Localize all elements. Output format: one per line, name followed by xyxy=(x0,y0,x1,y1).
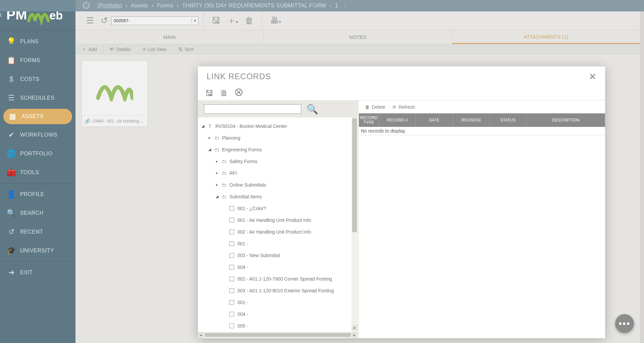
nav-costs[interactable]: $COSTS xyxy=(0,70,75,89)
tree-leaf[interactable]: 004 - xyxy=(201,261,355,273)
briefcase-icon: 🧰 xyxy=(6,168,17,177)
modal-body: 🔍 ◢TRVS0104 - Boston Medical Center ▸🗀Pl… xyxy=(198,100,605,338)
tree-label: 002 - Air Handling Unit Product Info xyxy=(237,229,311,235)
grid-toolbar: 🗑Delete ⟳Refresh xyxy=(359,101,605,113)
scroll-right-icon[interactable]: ▸ xyxy=(352,332,358,338)
nav-university[interactable]: 🎓UNIVERSITY xyxy=(0,241,75,260)
globe-icon: 🌐 xyxy=(6,149,17,158)
tree-leaf[interactable]: 003 - A01.1-120-8010 Exterior Spread Foo… xyxy=(201,285,355,296)
tree-vscrollbar[interactable]: ▾ xyxy=(352,117,358,331)
refresh-icon: ⟳ xyxy=(392,104,396,110)
fab-button[interactable]: ••• xyxy=(615,314,634,333)
collapse-icon[interactable]: ◢ xyxy=(201,124,205,128)
cancel-circle-icon[interactable] xyxy=(235,88,243,98)
nav-portfolio[interactable]: 🌐PORTFOLIO xyxy=(0,144,75,163)
tree-node-rfi[interactable]: ▸🗀RFI xyxy=(201,167,355,179)
checkbox[interactable] xyxy=(229,253,234,258)
tree-leaf[interactable]: 005 - xyxy=(201,320,355,332)
expand-icon[interactable]: ▸ xyxy=(215,183,219,187)
nav-label: TOOLS xyxy=(20,169,39,176)
nav-recent[interactable]: ↺RECENT xyxy=(0,223,75,241)
nav-forms[interactable]: 📋FORMS xyxy=(0,51,75,70)
tree-node-online[interactable]: ▸🗀Online Submittals xyxy=(201,179,355,191)
nav-assets[interactable]: ▦ASSETS xyxy=(3,109,72,124)
clipboard-icon: 📋 xyxy=(6,56,17,65)
tree-vscroll-thumb[interactable] xyxy=(352,118,357,232)
col-record-num[interactable]: RECORD # xyxy=(379,113,416,127)
nav-plans[interactable]: 💡PLANS xyxy=(0,32,75,51)
checkbox[interactable] xyxy=(229,265,234,270)
col-description[interactable]: DESCRIPTION xyxy=(527,113,605,127)
expand-icon[interactable]: ▸ xyxy=(207,136,212,140)
tree-leaf[interactable]: 001 - xyxy=(201,296,355,308)
checkbox[interactable] xyxy=(229,218,234,223)
nav-search[interactable]: 🔍SEARCH xyxy=(0,204,75,223)
folder-icon: 🗀 xyxy=(221,170,227,176)
expand-icon[interactable]: ▸ xyxy=(215,159,219,163)
nav-main: 💡PLANS 📋FORMS $COSTS ☰SCHEDULES ▦ASSETS … xyxy=(0,30,75,282)
checkbox[interactable] xyxy=(229,206,234,211)
tree-leaf[interactable]: 002 - A01.1-120-7900 Corner Spread Footi… xyxy=(201,273,355,285)
tree-label: 003 - New Submittal xyxy=(237,253,280,258)
tree-leaf[interactable]: 001 - Air Handling Unit Product Info xyxy=(201,214,355,226)
checkbox[interactable] xyxy=(229,312,234,316)
grad-cap-icon: 🎓 xyxy=(6,246,17,255)
folder-icon: 🗀 xyxy=(213,147,220,152)
folder-icon: 🗀 xyxy=(221,182,227,188)
checkbox[interactable] xyxy=(229,324,234,328)
tree-leaf[interactable]: 004 - xyxy=(201,308,355,320)
checkbox[interactable] xyxy=(229,241,234,246)
nav-label: SEARCH xyxy=(20,210,44,216)
bulb-icon: 💡 xyxy=(6,37,17,46)
nav-label: PORTFOLIO xyxy=(20,151,53,157)
tree-search-input[interactable] xyxy=(204,104,301,114)
scroll-left-icon[interactable]: ◂ xyxy=(198,332,204,338)
new-doc-icon[interactable]: 🗎 xyxy=(220,89,228,98)
tree-label: 004 - xyxy=(237,311,248,317)
nav-label: EXIT xyxy=(20,270,33,276)
nav-exit[interactable]: ➜EXIT xyxy=(0,263,75,282)
checkbox[interactable] xyxy=(229,230,234,234)
checkbox[interactable] xyxy=(229,277,234,281)
tree-hscrollbar[interactable]: ◂ ▸ xyxy=(198,332,358,338)
nav-label: COSTS xyxy=(20,76,40,82)
delete-button[interactable]: 🗑Delete xyxy=(365,104,385,110)
nav-tools[interactable]: 🧰TOOLS xyxy=(0,163,75,182)
col-status[interactable]: STATUS xyxy=(490,113,527,127)
tree-hscroll-thumb[interactable] xyxy=(205,333,351,337)
tree-leaf[interactable]: 003 - New Submittal xyxy=(201,249,355,261)
tree-node-planning[interactable]: ▸🗀Planning xyxy=(201,132,355,144)
nav-workflows[interactable]: ✔WORKFLOWS xyxy=(0,126,75,144)
search-icon: 🔍 xyxy=(6,209,17,217)
folder-icon: 🗀 xyxy=(221,159,227,164)
expand-icon[interactable]: ▸ xyxy=(215,171,219,175)
scroll-down-icon[interactable]: ▾ xyxy=(352,325,358,331)
tree-leaf[interactable]: 002 - Air Handling Unit Product Info xyxy=(201,226,355,238)
profile-icon: 👤 xyxy=(6,190,17,199)
dollar-icon: $ xyxy=(6,75,17,84)
tree-leaf[interactable]: 001 - ¿Color? xyxy=(201,202,355,214)
tree-node-safety[interactable]: ▸🗀Safety Forms xyxy=(201,155,355,167)
col-revision[interactable]: REVISION xyxy=(453,113,490,127)
tree-scroll-area: ◢TRVS0104 - Boston Medical Center ▸🗀Plan… xyxy=(198,117,358,338)
checkbox[interactable] xyxy=(229,300,234,305)
checkbox[interactable] xyxy=(229,288,234,293)
save-icon[interactable]: 🖫 xyxy=(205,89,213,98)
nav-divider xyxy=(0,183,75,184)
refresh-button[interactable]: ⟳Refresh xyxy=(392,104,415,110)
tree-node-engineering[interactable]: ◢🗀Engineering Forms xyxy=(201,144,355,155)
tree-leaf[interactable]: 001 - xyxy=(201,238,355,249)
close-icon[interactable]: ✕ xyxy=(589,71,596,82)
tree-node-subitems[interactable]: ◢🗀Submittal Items xyxy=(201,191,355,202)
nav-label: ASSETS xyxy=(21,113,44,119)
collapse-icon[interactable]: ◢ xyxy=(207,147,212,152)
history-icon: ↺ xyxy=(6,228,17,236)
collapse-icon[interactable]: ◢ xyxy=(215,194,219,199)
col-record-type[interactable]: RECORD TYPE xyxy=(359,113,379,127)
col-date[interactable]: DATE xyxy=(416,113,453,127)
grid-header: RECORD TYPE RECORD # DATE REVISION STATU… xyxy=(359,113,605,127)
tree-root[interactable]: ◢TRVS0104 - Boston Medical Center xyxy=(201,120,355,132)
search-icon[interactable]: 🔍 xyxy=(307,104,318,115)
nav-profile[interactable]: 👤PROFILE xyxy=(0,185,75,204)
nav-schedules[interactable]: ☰SCHEDULES xyxy=(0,89,75,107)
